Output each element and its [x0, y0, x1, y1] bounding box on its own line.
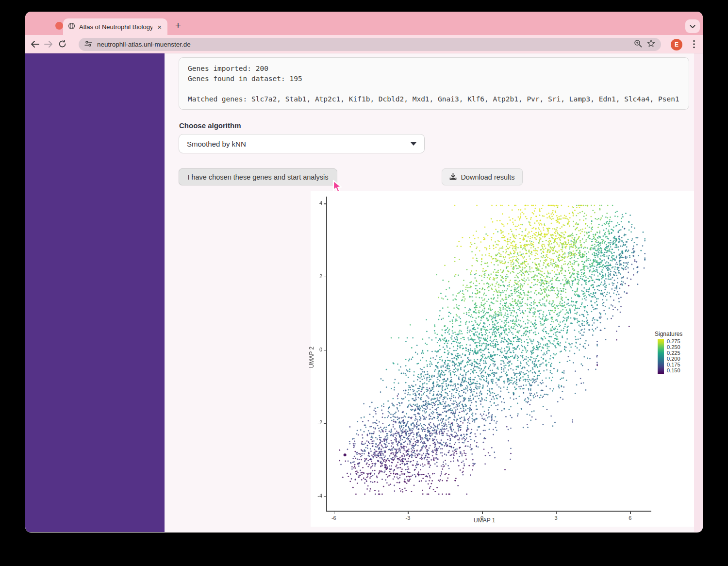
legend-tick-label: 0.175 [667, 362, 680, 367]
y-tick-mark [324, 423, 326, 424]
algorithm-selected-value: Smoothed by kNN [187, 140, 411, 148]
legend-colorbar [658, 339, 664, 374]
browser-toolbar: neutrophil-atlas.uni-muenster.de E [25, 35, 703, 53]
chevron-down-icon [690, 22, 695, 31]
download-icon [449, 173, 457, 182]
log-line-imported: Genes imported: 200 [188, 64, 680, 74]
legend-tick-label: 0.200 [667, 356, 680, 362]
log-line-found: Genes found in dataset: 195 [188, 74, 680, 84]
y-tick-mark [324, 350, 326, 351]
download-results-label: Download results [461, 173, 514, 181]
tab-search-button[interactable] [685, 19, 700, 33]
y-axis-title: UMAP 2 [308, 347, 315, 368]
dropdown-caret-icon [411, 142, 416, 146]
x-axis-title: UMAP 1 [474, 517, 495, 524]
tab-atlas[interactable]: Atlas of Neutrophil Biology × [63, 18, 167, 35]
globe-favicon-icon [68, 22, 75, 32]
x-tick-label: 3 [551, 515, 561, 521]
reload-button[interactable] [55, 37, 69, 51]
close-window-button[interactable] [55, 22, 63, 30]
x-tick-label: -6 [329, 515, 339, 521]
y-tick-label: -4 [311, 493, 322, 499]
bookmark-star-icon[interactable] [647, 39, 655, 50]
address-bar[interactable]: neutrophil-atlas.uni-muenster.de [79, 38, 661, 51]
y-tick-label: 2 [311, 273, 322, 279]
umap-chart: -6-3036 420-2-4 UMAP 1 UMAP 2 Signatures… [311, 191, 694, 527]
url-text[interactable]: neutrophil-atlas.uni-muenster.de [97, 41, 629, 48]
start-analysis-label: I have chosen these genes and start anal… [187, 173, 328, 181]
x-tick-mark [556, 512, 557, 514]
browser-window: Atlas of Neutrophil Biology × + neutroph… [25, 12, 703, 533]
app-sidebar [25, 53, 165, 532]
y-tick-label: -2 [311, 419, 322, 425]
y-tick-mark [324, 496, 326, 497]
profile-avatar[interactable]: E [671, 39, 682, 50]
mouse-cursor-icon [331, 180, 343, 196]
x-axis-line [326, 511, 651, 512]
y-axis-line [326, 197, 327, 511]
x-tick-mark [630, 512, 631, 514]
log-line-matched: Matched genes: Slc7a2, Stab1, Atp2c1, Ki… [188, 94, 680, 104]
forward-button[interactable] [42, 37, 55, 51]
x-tick-mark [408, 512, 409, 514]
gene-import-log: Genes imported: 200 Genes found in datas… [179, 57, 689, 110]
legend-tick-label: 0.150 [667, 367, 680, 373]
legend-tick-label: 0.275 [667, 338, 680, 344]
download-results-button[interactable]: Download results [442, 168, 523, 185]
page-content: Genes imported: 200 Genes found in datas… [25, 53, 703, 532]
legend-title: Signatures [655, 331, 682, 337]
tab-strip: Atlas of Neutrophil Biology × + [25, 12, 703, 35]
algorithm-label: Choose algorithm [179, 121, 241, 130]
zoom-page-icon[interactable] [634, 39, 642, 50]
x-tick-label: 6 [625, 515, 635, 521]
x-tick-mark [482, 512, 483, 514]
new-tab-button[interactable]: + [171, 18, 185, 33]
start-analysis-button[interactable]: I have chosen these genes and start anal… [179, 168, 337, 185]
tab-title: Atlas of Neutrophil Biology [79, 23, 152, 31]
page-right-margin [694, 53, 703, 532]
legend-tick-label: 0.250 [667, 344, 680, 350]
algorithm-select[interactable]: Smoothed by kNN [179, 134, 425, 153]
x-tick-label: -3 [403, 515, 413, 521]
y-tick-label: 4 [311, 200, 322, 206]
x-tick-mark [334, 512, 335, 514]
browser-menu-icon[interactable] [689, 37, 699, 51]
tab-close-icon[interactable]: × [156, 23, 163, 31]
log-line-blank [188, 84, 680, 94]
site-settings-icon[interactable] [84, 40, 92, 49]
legend-tick-label: 0.225 [667, 350, 680, 356]
back-button[interactable] [28, 37, 42, 51]
umap-scatter-canvas[interactable] [327, 194, 652, 511]
y-tick-mark [324, 203, 326, 204]
y-tick-mark [324, 277, 326, 278]
